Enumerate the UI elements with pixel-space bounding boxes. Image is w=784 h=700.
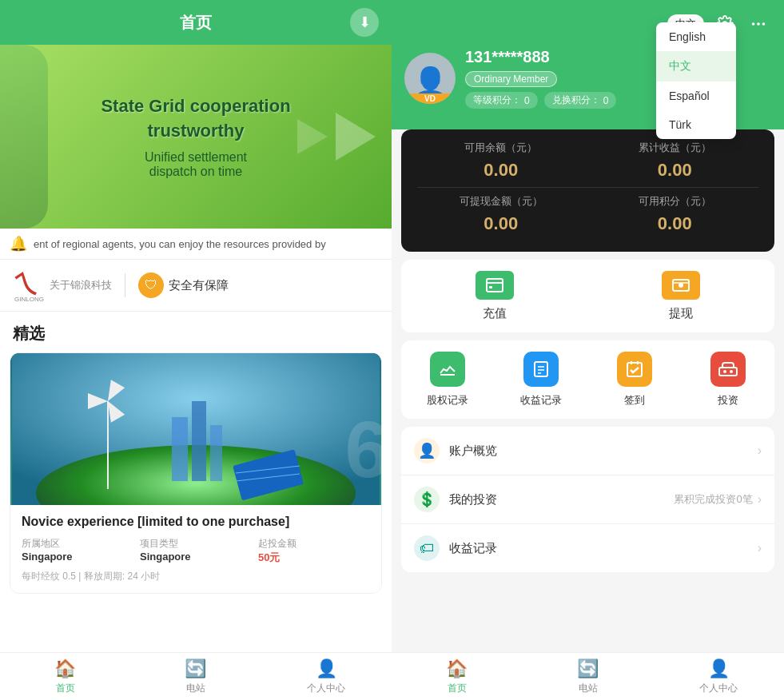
earnings-label: 收益记录	[520, 393, 562, 408]
overview-label: 账户概览	[449, 443, 758, 459]
withdraw-svg	[671, 276, 690, 295]
banner-line3: Unified settlement dispatch on time	[101, 150, 290, 179]
lang-option-turkish[interactable]: Türk	[656, 110, 736, 139]
svg-rect-25	[535, 362, 547, 376]
amount-label: 起投金额	[258, 537, 370, 551]
list-item-earnings[interactable]: 🏷 收益记录 ›	[401, 524, 774, 572]
station-label: 电站	[186, 682, 205, 695]
left-nav-station[interactable]: 🔄 电站	[130, 653, 261, 700]
ginlong-logo-section: 乀 GINLONG 关于锦浪科技	[13, 269, 112, 301]
recharge-label: 充值	[483, 306, 507, 321]
menu-equity[interactable]: 股权记录	[401, 352, 495, 408]
product-scene-svg	[12, 353, 380, 505]
total-value: 0.00	[591, 160, 759, 181]
menu-invest[interactable]: 投资	[681, 352, 774, 408]
banner-line1: State Grid cooperation trustworthy	[101, 94, 290, 144]
meta-location: 所属地区 Singapore	[22, 537, 133, 565]
balance-divider	[417, 187, 758, 188]
right-nav-station[interactable]: 🔄 电站	[523, 653, 654, 700]
svg-rect-32	[719, 368, 737, 376]
recharge-action[interactable]: 充值	[401, 271, 588, 321]
redeem-label: 兑换积分：	[552, 93, 600, 107]
withdraw-action[interactable]: 提现	[588, 271, 775, 321]
station-icon: 🔄	[185, 658, 206, 679]
home-label: 首页	[56, 682, 75, 695]
right-profile-icon: 👤	[708, 658, 730, 679]
location-label: 所属地区	[22, 537, 133, 551]
more-icon	[750, 15, 767, 33]
left-title: 首页	[180, 12, 212, 34]
left-bottom-nav: 🏠 首页 🔄 电站 👤 个人中心	[0, 652, 392, 700]
svg-rect-20	[489, 286, 492, 288]
svg-point-33	[723, 370, 726, 373]
location-value: Singapore	[22, 551, 133, 563]
profile-label: 个人中心	[307, 682, 345, 695]
notification-bar: 🔔 ent of regional agents, you can enjoy …	[0, 229, 392, 260]
overview-icon: 👤	[414, 438, 440, 463]
bell-icon: 🔔	[10, 235, 27, 253]
balance-card: 可用余额（元） 0.00 累计收益（元） 0.00 可提现金额（元） 0.00 …	[401, 129, 774, 252]
right-home-icon: 🏠	[446, 658, 468, 679]
meta-amount: 起投金额 50元	[258, 537, 370, 565]
more-button[interactable]	[746, 11, 771, 37]
ginlong-logo-svg: 乀 GINLONG	[13, 269, 45, 301]
left-header: 首页 ⬇	[0, 0, 392, 45]
svg-point-15	[752, 22, 755, 26]
product-meta: 所属地区 Singapore 项目类型 Singapore 起投金额 50元	[22, 537, 370, 565]
banner-text-block: State Grid cooperation trustworthy Unifi…	[101, 94, 290, 179]
withdraw-icon	[662, 271, 700, 300]
investment-label: 我的投资	[449, 492, 674, 507]
svg-rect-29	[627, 363, 642, 376]
avatar-badge: VD	[404, 93, 456, 104]
svg-point-22	[679, 283, 683, 288]
svg-rect-6	[210, 425, 222, 481]
overview-arrow: ›	[758, 443, 762, 458]
svg-text:乀: 乀	[14, 272, 38, 296]
about-label: 关于锦浪科技	[50, 278, 112, 292]
list-item-investment[interactable]: 💲 我的投资 累积完成投资0笔 ›	[401, 475, 774, 524]
lang-option-spanish[interactable]: Español	[656, 82, 736, 110]
product-info: Novice experience [limited to one purcha…	[10, 505, 381, 593]
type-label: 项目类型	[140, 537, 252, 551]
svg-point-34	[730, 370, 733, 373]
left-scroll: State Grid cooperation trustworthy Unifi…	[0, 45, 392, 700]
level-value: 0	[524, 95, 530, 106]
menu-grid: 股权记录 收益记录	[401, 340, 774, 419]
member-badge: Ordinary Member	[465, 71, 557, 87]
lang-option-english[interactable]: English	[656, 22, 736, 51]
withdraw-label: 可提现金额（元）	[417, 194, 585, 209]
level-label: 等级积分：	[473, 93, 521, 107]
lang-option-chinese[interactable]: 中文	[656, 51, 736, 82]
product-title: Novice experience [limited to one purcha…	[22, 515, 370, 529]
left-nav-profile[interactable]: 👤 个人中心	[261, 653, 392, 700]
list-item-overview[interactable]: 👤 账户概览 ›	[401, 427, 774, 475]
earnings-svg	[531, 360, 551, 379]
investment-arrow: ›	[758, 492, 762, 507]
download-icon[interactable]: ⬇	[350, 8, 379, 37]
list-section: 👤 账户概览 › 💲 我的投资 累积完成投资0笔 › 🏷 收益记录 ›	[401, 427, 774, 572]
level-points-tag: 等级积分： 0	[465, 92, 538, 109]
checkin-icon	[617, 352, 652, 387]
product-image-bg	[10, 353, 381, 505]
security-section: 🛡 安全有保障	[138, 272, 229, 298]
menu-earnings[interactable]: 收益记录	[495, 352, 588, 408]
recharge-svg	[485, 276, 504, 295]
balance-row-top: 可用余额（元） 0.00 累计收益（元） 0.00	[417, 141, 758, 181]
left-nav-home[interactable]: 🏠 首页	[0, 653, 130, 700]
type-value: Singapore	[140, 551, 252, 563]
investment-icon: 💲	[414, 487, 440, 512]
svg-rect-24	[440, 374, 455, 376]
right-station-label: 电站	[579, 682, 598, 695]
profile-icon: 👤	[316, 658, 337, 679]
shield-icon: 🛡	[138, 272, 164, 298]
menu-checkin[interactable]: 签到	[588, 352, 682, 408]
balance-row-bottom: 可提现金额（元） 0.00 可用积分（元） 0.00	[417, 194, 758, 234]
checkin-svg	[625, 360, 644, 379]
right-nav-home[interactable]: 🏠 首页	[392, 653, 523, 700]
right-scroll: 可用余额（元） 0.00 累计收益（元） 0.00 可提现金额（元） 0.00 …	[392, 121, 784, 700]
right-nav-profile[interactable]: 👤 个人中心	[653, 653, 784, 700]
total-earnings: 累计收益（元） 0.00	[591, 141, 759, 181]
withdrawable-balance: 可提现金额（元） 0.00	[417, 194, 585, 234]
svg-text:GINLONG: GINLONG	[14, 296, 44, 301]
product-card[interactable]: 6 Novice experience [limited to one purc…	[10, 352, 382, 594]
